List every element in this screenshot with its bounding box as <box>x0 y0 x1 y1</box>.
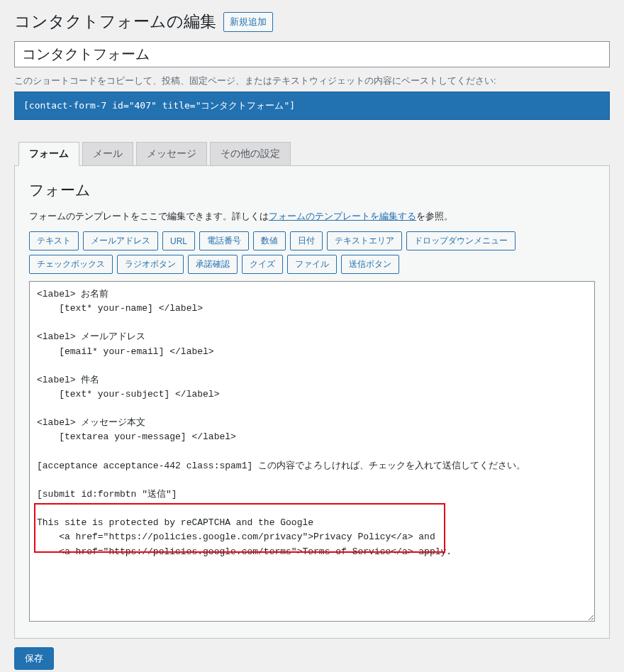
tag-btn-radio[interactable]: ラジオボタン <box>117 255 184 274</box>
template-help-link[interactable]: フォームのテンプレートを編集する <box>269 211 416 221</box>
tab-other-settings[interactable]: その他の設定 <box>210 142 291 166</box>
tabs-nav: フォーム メール メッセージ その他の設定 <box>18 142 610 166</box>
desc-suffix: を参照。 <box>416 211 453 221</box>
tag-btn-dropdown[interactable]: ドロップダウンメニュー <box>406 231 516 250</box>
tab-panel-form: フォーム フォームのテンプレートをここで編集できます。詳しくはフォームのテンプレ… <box>14 165 610 639</box>
form-title-input[interactable] <box>14 41 610 67</box>
tag-btn-date[interactable]: 日付 <box>290 231 323 250</box>
page-title: コンタクトフォームの編集 <box>14 11 216 33</box>
tab-messages[interactable]: メッセージ <box>136 142 207 166</box>
tag-btn-text[interactable]: テキスト <box>29 231 79 250</box>
tag-btn-textarea[interactable]: テキストエリア <box>327 231 402 250</box>
tag-btn-acceptance[interactable]: 承諾確認 <box>188 255 238 274</box>
tag-btn-url[interactable]: URL <box>162 231 195 250</box>
form-code-wrapper: <label> お名前 [text* your-name] </label> <… <box>29 281 595 624</box>
tab-mail[interactable]: メール <box>82 142 133 166</box>
save-button[interactable]: 保存 <box>14 647 54 670</box>
shortcode-description: このショートコードをコピーして、投稿、固定ページ、またはテキストウィジェットの内… <box>14 75 610 87</box>
tag-btn-submit[interactable]: 送信ボタン <box>341 255 399 274</box>
tab-form[interactable]: フォーム <box>18 142 79 166</box>
tag-btn-quiz[interactable]: クイズ <box>242 255 283 274</box>
tag-btn-email[interactable]: メールアドレス <box>83 231 158 250</box>
shortcode-code[interactable]: [contact-form-7 id="407" title="コンタクトフォー… <box>14 92 610 120</box>
tag-btn-number[interactable]: 数値 <box>253 231 286 250</box>
tag-btn-tel[interactable]: 電話番号 <box>199 231 249 250</box>
add-new-button[interactable]: 新規追加 <box>223 12 273 32</box>
form-section-description: フォームのテンプレートをここで編集できます。詳しくはフォームのテンプレートを編集… <box>29 210 595 223</box>
tag-generator-buttons: テキスト メールアドレス URL 電話番号 数値 日付 テキストエリア ドロップ… <box>29 231 595 274</box>
tag-btn-checkbox[interactable]: チェックボックス <box>29 255 113 274</box>
desc-prefix: フォームのテンプレートをここで編集できます。詳しくは <box>29 211 269 221</box>
tag-btn-file[interactable]: ファイル <box>287 255 337 274</box>
form-template-textarea[interactable]: <label> お名前 [text* your-name] </label> <… <box>29 281 595 622</box>
form-section-title: フォーム <box>29 180 595 200</box>
